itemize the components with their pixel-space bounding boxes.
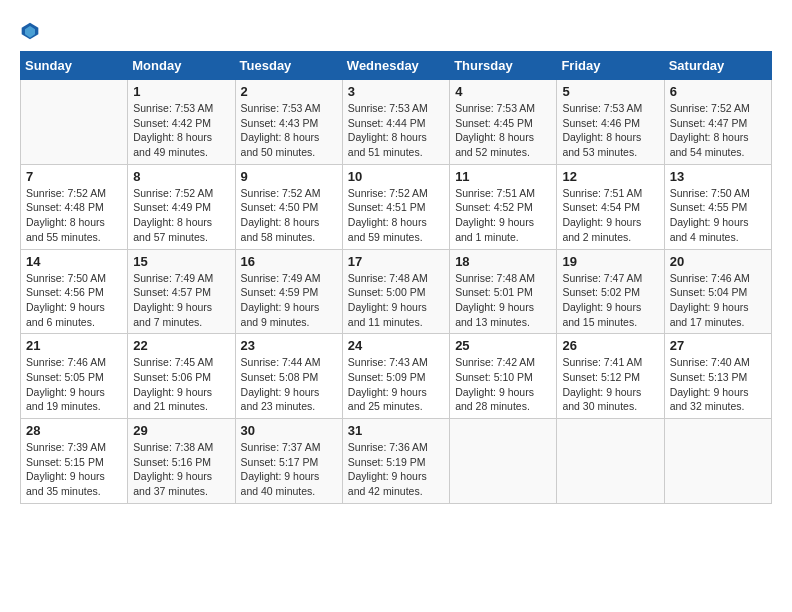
day-cell bbox=[557, 419, 664, 504]
calendar-header: SundayMondayTuesdayWednesdayThursdayFrid… bbox=[21, 52, 772, 80]
day-cell: 12Sunrise: 7:51 AMSunset: 4:54 PMDayligh… bbox=[557, 164, 664, 249]
day-cell: 7Sunrise: 7:52 AMSunset: 4:48 PMDaylight… bbox=[21, 164, 128, 249]
week-row-4: 21Sunrise: 7:46 AMSunset: 5:05 PMDayligh… bbox=[21, 334, 772, 419]
day-cell: 9Sunrise: 7:52 AMSunset: 4:50 PMDaylight… bbox=[235, 164, 342, 249]
day-cell: 4Sunrise: 7:53 AMSunset: 4:45 PMDaylight… bbox=[450, 80, 557, 165]
day-number: 28 bbox=[26, 423, 122, 438]
day-number: 5 bbox=[562, 84, 658, 99]
day-info: Sunrise: 7:37 AMSunset: 5:17 PMDaylight:… bbox=[241, 440, 337, 499]
day-info: Sunrise: 7:53 AMSunset: 4:44 PMDaylight:… bbox=[348, 101, 444, 160]
day-number: 12 bbox=[562, 169, 658, 184]
day-info: Sunrise: 7:36 AMSunset: 5:19 PMDaylight:… bbox=[348, 440, 444, 499]
day-cell: 23Sunrise: 7:44 AMSunset: 5:08 PMDayligh… bbox=[235, 334, 342, 419]
day-number: 15 bbox=[133, 254, 229, 269]
calendar-body: 1Sunrise: 7:53 AMSunset: 4:42 PMDaylight… bbox=[21, 80, 772, 504]
day-cell bbox=[450, 419, 557, 504]
day-cell: 5Sunrise: 7:53 AMSunset: 4:46 PMDaylight… bbox=[557, 80, 664, 165]
page-header bbox=[20, 20, 772, 41]
day-number: 10 bbox=[348, 169, 444, 184]
column-header-wednesday: Wednesday bbox=[342, 52, 449, 80]
day-cell: 15Sunrise: 7:49 AMSunset: 4:57 PMDayligh… bbox=[128, 249, 235, 334]
day-number: 20 bbox=[670, 254, 766, 269]
day-info: Sunrise: 7:42 AMSunset: 5:10 PMDaylight:… bbox=[455, 355, 551, 414]
day-cell: 28Sunrise: 7:39 AMSunset: 5:15 PMDayligh… bbox=[21, 419, 128, 504]
day-number: 16 bbox=[241, 254, 337, 269]
day-info: Sunrise: 7:40 AMSunset: 5:13 PMDaylight:… bbox=[670, 355, 766, 414]
logo bbox=[20, 20, 44, 41]
day-cell: 3Sunrise: 7:53 AMSunset: 4:44 PMDaylight… bbox=[342, 80, 449, 165]
day-info: Sunrise: 7:53 AMSunset: 4:43 PMDaylight:… bbox=[241, 101, 337, 160]
day-info: Sunrise: 7:46 AMSunset: 5:05 PMDaylight:… bbox=[26, 355, 122, 414]
day-cell: 1Sunrise: 7:53 AMSunset: 4:42 PMDaylight… bbox=[128, 80, 235, 165]
day-number: 26 bbox=[562, 338, 658, 353]
day-number: 7 bbox=[26, 169, 122, 184]
day-number: 31 bbox=[348, 423, 444, 438]
day-cell: 17Sunrise: 7:48 AMSunset: 5:00 PMDayligh… bbox=[342, 249, 449, 334]
day-number: 29 bbox=[133, 423, 229, 438]
day-info: Sunrise: 7:38 AMSunset: 5:16 PMDaylight:… bbox=[133, 440, 229, 499]
day-info: Sunrise: 7:48 AMSunset: 5:01 PMDaylight:… bbox=[455, 271, 551, 330]
day-cell: 13Sunrise: 7:50 AMSunset: 4:55 PMDayligh… bbox=[664, 164, 771, 249]
day-number: 17 bbox=[348, 254, 444, 269]
day-cell: 27Sunrise: 7:40 AMSunset: 5:13 PMDayligh… bbox=[664, 334, 771, 419]
day-cell: 31Sunrise: 7:36 AMSunset: 5:19 PMDayligh… bbox=[342, 419, 449, 504]
day-info: Sunrise: 7:39 AMSunset: 5:15 PMDaylight:… bbox=[26, 440, 122, 499]
day-number: 3 bbox=[348, 84, 444, 99]
day-number: 9 bbox=[241, 169, 337, 184]
day-info: Sunrise: 7:51 AMSunset: 4:52 PMDaylight:… bbox=[455, 186, 551, 245]
column-header-sunday: Sunday bbox=[21, 52, 128, 80]
week-row-1: 1Sunrise: 7:53 AMSunset: 4:42 PMDaylight… bbox=[21, 80, 772, 165]
day-number: 19 bbox=[562, 254, 658, 269]
day-info: Sunrise: 7:47 AMSunset: 5:02 PMDaylight:… bbox=[562, 271, 658, 330]
day-info: Sunrise: 7:46 AMSunset: 5:04 PMDaylight:… bbox=[670, 271, 766, 330]
day-number: 14 bbox=[26, 254, 122, 269]
day-info: Sunrise: 7:50 AMSunset: 4:55 PMDaylight:… bbox=[670, 186, 766, 245]
day-info: Sunrise: 7:43 AMSunset: 5:09 PMDaylight:… bbox=[348, 355, 444, 414]
day-info: Sunrise: 7:52 AMSunset: 4:48 PMDaylight:… bbox=[26, 186, 122, 245]
column-header-thursday: Thursday bbox=[450, 52, 557, 80]
calendar-table: SundayMondayTuesdayWednesdayThursdayFrid… bbox=[20, 51, 772, 504]
day-cell: 18Sunrise: 7:48 AMSunset: 5:01 PMDayligh… bbox=[450, 249, 557, 334]
column-header-monday: Monday bbox=[128, 52, 235, 80]
day-cell: 25Sunrise: 7:42 AMSunset: 5:10 PMDayligh… bbox=[450, 334, 557, 419]
logo-icon bbox=[20, 21, 40, 41]
day-info: Sunrise: 7:53 AMSunset: 4:42 PMDaylight:… bbox=[133, 101, 229, 160]
day-number: 8 bbox=[133, 169, 229, 184]
day-number: 23 bbox=[241, 338, 337, 353]
day-number: 1 bbox=[133, 84, 229, 99]
day-cell: 2Sunrise: 7:53 AMSunset: 4:43 PMDaylight… bbox=[235, 80, 342, 165]
day-cell: 21Sunrise: 7:46 AMSunset: 5:05 PMDayligh… bbox=[21, 334, 128, 419]
day-info: Sunrise: 7:51 AMSunset: 4:54 PMDaylight:… bbox=[562, 186, 658, 245]
day-info: Sunrise: 7:52 AMSunset: 4:49 PMDaylight:… bbox=[133, 186, 229, 245]
day-info: Sunrise: 7:48 AMSunset: 5:00 PMDaylight:… bbox=[348, 271, 444, 330]
column-header-saturday: Saturday bbox=[664, 52, 771, 80]
day-number: 11 bbox=[455, 169, 551, 184]
day-cell: 30Sunrise: 7:37 AMSunset: 5:17 PMDayligh… bbox=[235, 419, 342, 504]
day-cell: 19Sunrise: 7:47 AMSunset: 5:02 PMDayligh… bbox=[557, 249, 664, 334]
day-number: 27 bbox=[670, 338, 766, 353]
column-header-friday: Friday bbox=[557, 52, 664, 80]
day-info: Sunrise: 7:50 AMSunset: 4:56 PMDaylight:… bbox=[26, 271, 122, 330]
week-row-2: 7Sunrise: 7:52 AMSunset: 4:48 PMDaylight… bbox=[21, 164, 772, 249]
day-cell: 22Sunrise: 7:45 AMSunset: 5:06 PMDayligh… bbox=[128, 334, 235, 419]
week-row-3: 14Sunrise: 7:50 AMSunset: 4:56 PMDayligh… bbox=[21, 249, 772, 334]
day-number: 30 bbox=[241, 423, 337, 438]
day-cell: 10Sunrise: 7:52 AMSunset: 4:51 PMDayligh… bbox=[342, 164, 449, 249]
day-cell: 29Sunrise: 7:38 AMSunset: 5:16 PMDayligh… bbox=[128, 419, 235, 504]
day-number: 6 bbox=[670, 84, 766, 99]
day-number: 22 bbox=[133, 338, 229, 353]
day-cell bbox=[21, 80, 128, 165]
day-info: Sunrise: 7:52 AMSunset: 4:47 PMDaylight:… bbox=[670, 101, 766, 160]
day-number: 25 bbox=[455, 338, 551, 353]
column-header-tuesday: Tuesday bbox=[235, 52, 342, 80]
day-info: Sunrise: 7:52 AMSunset: 4:51 PMDaylight:… bbox=[348, 186, 444, 245]
day-cell bbox=[664, 419, 771, 504]
day-cell: 16Sunrise: 7:49 AMSunset: 4:59 PMDayligh… bbox=[235, 249, 342, 334]
day-cell: 8Sunrise: 7:52 AMSunset: 4:49 PMDaylight… bbox=[128, 164, 235, 249]
day-info: Sunrise: 7:52 AMSunset: 4:50 PMDaylight:… bbox=[241, 186, 337, 245]
day-cell: 14Sunrise: 7:50 AMSunset: 4:56 PMDayligh… bbox=[21, 249, 128, 334]
day-number: 21 bbox=[26, 338, 122, 353]
day-cell: 11Sunrise: 7:51 AMSunset: 4:52 PMDayligh… bbox=[450, 164, 557, 249]
day-info: Sunrise: 7:53 AMSunset: 4:45 PMDaylight:… bbox=[455, 101, 551, 160]
day-info: Sunrise: 7:53 AMSunset: 4:46 PMDaylight:… bbox=[562, 101, 658, 160]
